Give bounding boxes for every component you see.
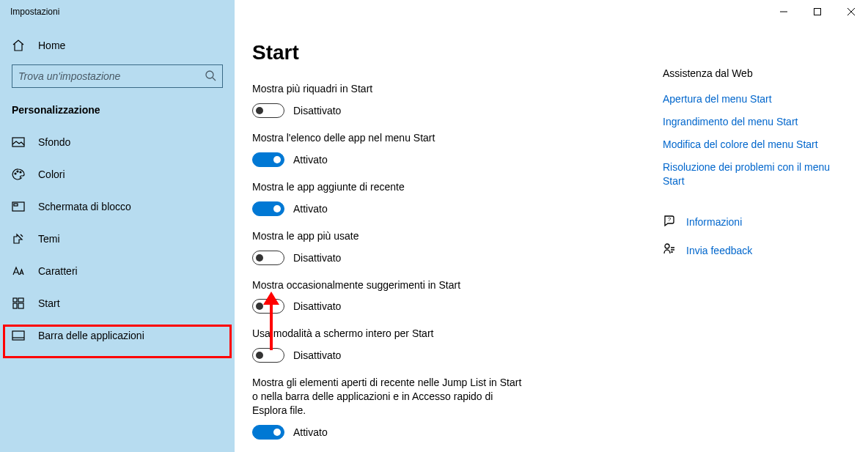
svg-point-9 [20, 171, 21, 173]
sidebar-item-label: Start [38, 297, 60, 309]
maximize-button[interactable] [801, 0, 834, 23]
feedback-icon [663, 242, 676, 258]
sidebar-item-label: Temi [38, 233, 60, 245]
setting-label: Mostra gli elementi aperti di recente ne… [252, 376, 523, 418]
sidebar-item-label: Caratteri [38, 265, 78, 277]
sidebar-item-taskbar[interactable]: Barra delle applicazioni [0, 319, 235, 352]
sidebar-item-lockscreen[interactable]: Schermata di blocco [0, 190, 235, 223]
home-icon [12, 39, 25, 52]
sidebar-item-start[interactable]: Start [0, 287, 235, 319]
setting-label: Mostra più riquadri in Start [252, 82, 663, 96]
svg-rect-13 [18, 298, 23, 302]
setting-label: Usa modalità a schermo intero per Start [252, 327, 663, 341]
themes-icon [12, 232, 25, 245]
window-controls [767, 0, 868, 23]
sidebar-item-temi[interactable]: Temi [0, 223, 235, 255]
toggle[interactable] [252, 201, 284, 216]
svg-rect-11 [14, 204, 18, 206]
toggle-status: Disattivato [293, 349, 341, 361]
help-link-enlarge-start[interactable]: Ingrandimento del menu Start [663, 115, 846, 129]
picture-icon [12, 136, 25, 149]
page-title: Start [252, 41, 663, 64]
setting-more-tiles: Mostra più riquadri in Start Disattivato [252, 82, 663, 118]
home-label: Home [38, 40, 65, 51]
svg-point-4 [206, 71, 213, 78]
toggle-status: Disattivato [293, 105, 341, 116]
search-box[interactable] [12, 64, 223, 88]
svg-rect-16 [12, 331, 24, 340]
sidebar-item-label: Sfondo [38, 136, 70, 148]
help-link-troubleshoot-start[interactable]: Risoluzione dei problemi con il menu Sta… [663, 160, 846, 188]
toggle-status: Attivato [293, 426, 328, 438]
help-icon: ? [663, 214, 676, 229]
setting-recent-apps: Mostra le app aggiunte di recente Attiva… [252, 180, 663, 216]
svg-rect-15 [18, 303, 23, 308]
svg-rect-6 [12, 138, 24, 147]
search-icon [205, 70, 216, 84]
toggle-status: Attivato [293, 203, 328, 215]
toggle-status: Disattivato [293, 300, 341, 312]
setting-label: Mostra le app più usate [252, 229, 663, 243]
sidebar: Home Personalizzazione Sfondo Colori [0, 23, 235, 452]
toggle[interactable] [252, 251, 284, 265]
toggle[interactable] [252, 299, 284, 314]
setting-most-used: Mostra le app più usate Disattivato [252, 229, 663, 265]
svg-point-7 [15, 173, 16, 174]
setting-app-list: Mostra l'elenco delle app nel menu Start… [252, 131, 663, 167]
sidebar-item-label: Colori [38, 168, 65, 180]
help-link-open-start[interactable]: Apertura del menu Start [663, 92, 846, 106]
toggle-status: Attivato [293, 154, 328, 166]
toggle[interactable] [252, 348, 284, 363]
feedback-link[interactable]: Invia feedback [686, 245, 752, 256]
main-content: Start Mostra più riquadri in Start Disat… [235, 23, 868, 452]
sidebar-item-colori[interactable]: Colori [0, 158, 235, 190]
aside: Assistenza dal Web Apertura del menu Sta… [663, 31, 853, 452]
setting-label: Mostra occasionalmente suggerimenti in S… [252, 278, 663, 292]
sidebar-item-label: Schermata di blocco [38, 201, 131, 212]
toggle-status: Disattivato [293, 252, 341, 264]
fonts-icon [12, 264, 25, 278]
svg-rect-12 [13, 298, 17, 302]
aside-header: Assistenza dal Web [663, 67, 846, 79]
start-icon [12, 297, 25, 310]
search-input[interactable] [18, 70, 205, 82]
svg-point-19 [665, 244, 669, 248]
toggle[interactable] [252, 152, 284, 167]
setting-jumplist: Mostra gli elementi aperti di recente ne… [252, 376, 663, 440]
setting-fullscreen: Usa modalità a schermo intero per Start … [252, 327, 663, 363]
svg-rect-14 [13, 303, 17, 308]
svg-line-5 [213, 78, 216, 81]
svg-rect-1 [814, 9, 821, 15]
setting-suggestions: Mostra occasionalmente suggerimenti in S… [252, 278, 663, 314]
lockscreen-icon [12, 200, 25, 213]
sidebar-item-caratteri[interactable]: Caratteri [0, 255, 235, 287]
setting-label: Mostra l'elenco delle app nel menu Start [252, 131, 663, 145]
titlebar: Impostazioni [0, 0, 868, 23]
sidebar-item-label: Barra delle applicazioni [38, 330, 144, 341]
toggle[interactable] [252, 425, 284, 440]
section-header: Personalizzazione [0, 95, 235, 126]
close-button[interactable] [834, 0, 868, 23]
sidebar-item-sfondo[interactable]: Sfondo [0, 126, 235, 158]
window-title: Impostazioni [10, 7, 59, 17]
toggle[interactable] [252, 103, 284, 118]
svg-point-8 [17, 171, 18, 172]
minimize-button[interactable] [767, 0, 801, 23]
help-link-color-start[interactable]: Modifica del colore del menu Start [663, 138, 846, 152]
setting-label: Mostra le app aggiunte di recente [252, 180, 663, 194]
help-link[interactable]: Informazioni [686, 216, 742, 228]
home-nav[interactable]: Home [0, 29, 235, 62]
svg-text:?: ? [668, 216, 672, 223]
palette-icon [12, 168, 25, 181]
taskbar-icon [12, 329, 25, 342]
